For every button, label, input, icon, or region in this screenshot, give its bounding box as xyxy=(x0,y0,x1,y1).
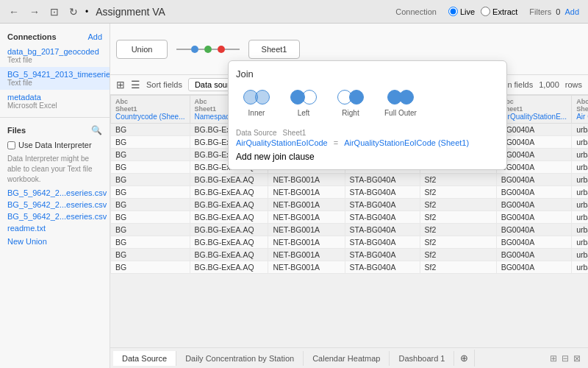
cell-10-2: NET-BG001A xyxy=(268,249,345,261)
extract-label: Extract xyxy=(492,7,517,16)
add-clause-link[interactable]: Add new join clause xyxy=(236,152,315,162)
bottom-icon-1[interactable]: ⊞ xyxy=(550,353,557,364)
sheet1-node-box[interactable]: Sheet1 xyxy=(248,40,300,59)
sheet1-node-label: Sheet1 xyxy=(262,45,287,54)
table-row: BGBG.BG-ExEA.AQNET-BG001ASTA-BG040ASf2BG… xyxy=(111,249,589,261)
join-type-full[interactable]: Full Outer xyxy=(377,85,424,121)
join-inner-venn xyxy=(243,90,270,106)
conn-name-0: data_bg_2017_geocoded xyxy=(7,47,102,56)
cell-11-6: urban xyxy=(572,261,588,274)
extract-radio[interactable]: Extract xyxy=(481,7,517,16)
cell-11-2: NET-BG001A xyxy=(268,261,345,274)
filter-section: Filters 0 Add xyxy=(529,7,579,16)
col-header-5[interactable]: AbcSheet1AirQualityStationE... xyxy=(496,96,571,124)
col-header-0[interactable]: AbcSheet1Countrycode (Shee... xyxy=(111,96,190,124)
cell-8-2: NET-BG001A xyxy=(268,224,345,236)
cell-2-5: BG0040A xyxy=(496,149,571,161)
cell-8-6: urban xyxy=(572,224,588,236)
flow-canvas: Union Sheet1 Join xyxy=(110,24,588,75)
clause-right-source: Sheet1 xyxy=(283,129,306,137)
cell-8-1: BG.BG-ExEA.AQ xyxy=(190,224,268,236)
cell-2-6: urban xyxy=(572,149,588,161)
col-header-6[interactable]: AbcSheet1Air Quality Station ... xyxy=(572,96,588,124)
file-item-1[interactable]: BG_5_9642_2...eseries.csv xyxy=(0,199,110,210)
join-clause-sources: Data Source Sheet1 xyxy=(236,129,499,137)
connector-line-2 xyxy=(225,49,240,50)
title-separator: • xyxy=(85,7,88,17)
cell-7-5: BG0040A xyxy=(496,211,571,224)
add-filter-link[interactable]: Add xyxy=(564,7,579,16)
interpreter-label: Use Data Interpreter xyxy=(18,141,92,149)
cell-7-0: BG xyxy=(111,211,190,224)
filters-label: Filters xyxy=(529,7,551,16)
cell-7-2: NET-BG001A xyxy=(268,211,345,224)
cell-7-4: Sf2 xyxy=(420,211,496,224)
add-sheet-icon[interactable]: ⊕ xyxy=(454,350,475,367)
cell-7-1: BG.BG-ExEA.AQ xyxy=(190,211,268,224)
join-inner-label: Inner xyxy=(248,109,265,117)
union-flow-node[interactable]: Union xyxy=(116,40,168,59)
cell-0-5: BG0040A xyxy=(496,124,571,136)
join-type-left[interactable]: Left xyxy=(283,85,324,121)
tab-calendar-heatmap[interactable]: Calendar Heatmap xyxy=(304,351,390,366)
connector-circle-green xyxy=(204,46,212,53)
file-item-3[interactable]: readme.txt xyxy=(0,222,110,234)
cell-11-4: Sf2 xyxy=(420,261,496,274)
cell-11-5: BG0040A xyxy=(496,261,571,274)
clause-right-field[interactable]: AirQualityStationEoICode (Sheet1) xyxy=(344,138,469,147)
file-item-0[interactable]: BG_5_9642_2...eseries.csv xyxy=(0,187,110,199)
list-icon[interactable]: ☰ xyxy=(131,79,140,91)
refresh-button[interactable]: ↻ xyxy=(66,4,81,19)
cell-8-3: STA-BG040A xyxy=(345,224,420,236)
home-button[interactable]: ⊡ xyxy=(47,4,62,19)
back-button[interactable]: ← xyxy=(6,4,22,19)
union-node-box[interactable]: Union xyxy=(116,40,168,59)
tab-data-source[interactable]: Data Source xyxy=(113,351,176,366)
cell-4-6: urban xyxy=(572,174,588,186)
sidebar-divider xyxy=(0,117,110,118)
cell-1-6: urban xyxy=(572,136,588,149)
live-radio[interactable]: Live xyxy=(448,7,475,16)
cell-3-5: BG0040A xyxy=(496,161,571,174)
use-interpreter-option[interactable]: Use Data Interpreter xyxy=(0,138,110,152)
connection-label: Connection xyxy=(395,7,437,16)
cell-10-0: BG xyxy=(111,249,190,261)
cell-4-4: Sf2 xyxy=(420,174,496,186)
join-type-right[interactable]: Right xyxy=(330,85,371,121)
cell-9-3: STA-BG040A xyxy=(345,236,420,249)
cell-9-1: BG.BG-ExEA.AQ xyxy=(190,236,268,249)
bottom-icon-3[interactable]: ⊠ xyxy=(573,353,581,364)
join-popup: Join Inner xyxy=(228,60,507,170)
sort-label: Sort fields xyxy=(146,80,182,89)
cell-1-0: BG xyxy=(111,136,190,149)
grid-icon[interactable]: ⊞ xyxy=(116,79,125,91)
join-right-label: Right xyxy=(342,109,359,117)
venn-right-full xyxy=(399,90,414,105)
bottom-icon-2[interactable]: ⊟ xyxy=(562,353,569,364)
cell-3-0: BG xyxy=(111,161,190,174)
join-type-inner[interactable]: Inner xyxy=(236,85,277,121)
venn-right-right xyxy=(349,90,364,105)
cell-8-0: BG xyxy=(111,224,190,236)
search-icon[interactable]: 🔍 xyxy=(91,125,102,135)
content-area: Union Sheet1 Join xyxy=(110,24,588,368)
add-connection-link[interactable]: Add xyxy=(87,32,102,41)
tab-dashboard1[interactable]: Dashboard 1 xyxy=(390,351,454,366)
forward-button[interactable]: → xyxy=(26,4,43,19)
file-item-2[interactable]: BG_5_9642_2...eseries.csv xyxy=(0,210,110,222)
clause-left-field[interactable]: AirQualityStationEoICode xyxy=(236,138,328,147)
sheet1-flow-node[interactable]: Sheet1 xyxy=(248,40,300,59)
connection-item-2[interactable]: metadata Microsoft Excel xyxy=(0,90,110,113)
cell-7-3: STA-BG040A xyxy=(345,211,420,224)
connection-item-1[interactable]: BG_5_9421_2013_timeseries Text file xyxy=(0,67,110,90)
new-union-button[interactable]: New Union xyxy=(0,234,110,249)
cell-9-4: Sf2 xyxy=(420,236,496,249)
conn-type-1: Text file xyxy=(7,79,102,87)
connection-item-0[interactable]: data_bg_2017_geocoded Text file xyxy=(0,44,110,67)
connections-header: Connections Add xyxy=(0,29,110,44)
bottom-right-icons: ⊞ ⊟ ⊠ xyxy=(545,353,585,364)
interpreter-checkbox[interactable] xyxy=(7,141,15,149)
cell-2-0: BG xyxy=(111,149,190,161)
tab-daily-concentration[interactable]: Daily Concentration by Station xyxy=(176,351,304,366)
main-layout: Connections Add data_bg_2017_geocoded Te… xyxy=(0,24,588,368)
